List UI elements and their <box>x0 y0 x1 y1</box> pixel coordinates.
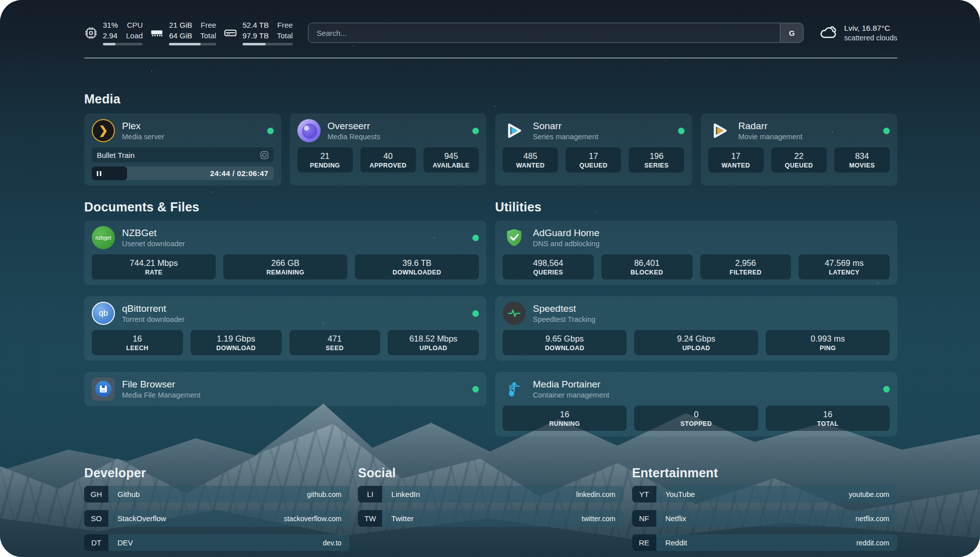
nzbget-card[interactable]: nzbget NZBGet Usenet downloader 744.21 M… <box>84 220 486 285</box>
stat-latency: 47.569 ms LATENCY <box>799 254 890 280</box>
stat-value: 17 <box>731 151 740 161</box>
stat-movies: 834 MOVIES <box>834 147 890 173</box>
bookmark-stackoverflow[interactable]: SO StackOverflow stackoverflow.com <box>84 510 349 527</box>
cpu-usage-value: 31% <box>103 20 118 30</box>
card-title: Sonarr <box>533 121 671 132</box>
bookmark-reddit[interactable]: RE Reddit reddit.com <box>632 534 897 551</box>
card-title: qBittorrent <box>122 303 465 314</box>
stat-value: 16 <box>823 410 832 419</box>
stat-leech: 16 LEECH <box>92 330 183 355</box>
pause-icon[interactable] <box>97 171 101 176</box>
media-cards: Plex Media server Bullet Train <box>84 114 897 186</box>
now-playing-row: Bullet Train <box>92 147 274 162</box>
status-online-dot <box>678 128 685 134</box>
stat-rate: 744.21 Mbps RATE <box>92 254 216 280</box>
radarr-card[interactable]: Radarr Movie management 17 WANTED 22 QUE… <box>701 114 898 186</box>
card-subtitle: Media server <box>122 133 260 141</box>
section-title-developer: Developer <box>84 466 349 480</box>
card-subtitle: Container management <box>533 391 876 399</box>
status-online-dot <box>472 310 479 317</box>
bookmark-linkedin[interactable]: LI LinkedIn linkedin.com <box>358 486 623 503</box>
bookmark-dev[interactable]: DT DEV dev.to <box>84 534 349 551</box>
overseerr-card[interactable]: Overseerr Media Requests 21 PENDING 40 A… <box>290 114 487 186</box>
stat-label: TOTAL <box>817 420 839 427</box>
card-subtitle: Series management <box>533 133 671 141</box>
portainer-icon <box>503 377 526 401</box>
status-online-dot <box>883 386 890 393</box>
stat-label: UPLOAD <box>682 345 710 352</box>
bookmark-twitter[interactable]: TW Twitter twitter.com <box>358 510 623 527</box>
stat-label: AVAILABLE <box>433 162 469 169</box>
card-subtitle: Usenet downloader <box>122 240 465 248</box>
bookmark-name: DEV <box>108 534 133 551</box>
section-title-utilities: Utilities <box>495 200 897 214</box>
stat-label: QUEUED <box>785 162 813 169</box>
stat-value: 40 <box>384 151 393 161</box>
bookmark-url: linkedin.com <box>576 486 624 503</box>
screen-icon[interactable] <box>260 151 269 159</box>
qbittorrent-stats: 16 LEECH 1.19 Gbps DOWNLOAD 471 SEED 6 <box>92 330 479 355</box>
bookmark-abbr: NF <box>632 510 656 527</box>
bookmark-github[interactable]: GH Github github.com <box>84 486 349 503</box>
cpu-widget: 31% CPU 2.94 Load <box>84 20 143 45</box>
bookmark-url: dev.to <box>323 534 349 551</box>
stat-label: BLOCKED <box>631 269 663 276</box>
stat-value: 86,401 <box>634 258 659 268</box>
search-engine-button[interactable]: G <box>780 23 803 42</box>
bookmark-name: StackOverflow <box>108 510 166 527</box>
disk-free-label: Free <box>277 20 293 30</box>
stat-value: 39.6 TB <box>402 258 431 268</box>
stat-downloaded: 39.6 TB DOWNLOADED <box>355 254 479 280</box>
card-subtitle: Speedtest Tracking <box>533 315 890 323</box>
stat-label: DOWNLOADED <box>393 269 441 276</box>
memory-total-label: Total <box>200 31 216 40</box>
speedtest-icon <box>503 302 526 325</box>
speedtest-card[interactable]: Speedtest Speedtest Tracking 9.65 Gbps D… <box>495 296 897 361</box>
bookmark-url: reddit.com <box>856 534 897 551</box>
topbar-divider <box>84 58 897 59</box>
stat-value: 21 <box>320 151 329 161</box>
stat-blocked: 86,401 BLOCKED <box>601 254 693 280</box>
stat-value: 16 <box>560 410 569 419</box>
plex-icon <box>92 119 115 142</box>
adguard-card[interactable]: AdGuard Home DNS and adblocking 498,564 … <box>495 220 897 285</box>
status-online-dot <box>267 128 274 134</box>
plex-card[interactable]: Plex Media server Bullet Train <box>84 114 281 186</box>
stat-remaining: 266 GB REMAINING <box>223 254 347 280</box>
sonarr-stats: 485 WANTED 17 QUEUED 196 SERIES <box>503 147 685 173</box>
bookmark-abbr: RE <box>632 534 656 551</box>
playback-time: 24:44 / 02:06:47 <box>210 166 269 180</box>
now-playing-title: Bullet Train <box>97 151 135 159</box>
qbittorrent-card[interactable]: qb qBittorrent Torrent downloader 16 LEE… <box>84 296 486 361</box>
bookmark-abbr: LI <box>358 486 382 503</box>
speedtest-stats: 9.65 Gbps DOWNLOAD 9.24 Gbps UPLOAD 0.99… <box>503 330 890 355</box>
adguard-icon <box>503 226 526 249</box>
qbittorrent-icon: qb <box>92 302 115 325</box>
sonarr-card[interactable]: Sonarr Series management 485 WANTED 17 Q… <box>495 114 692 186</box>
stat-total: 16 TOTAL <box>766 406 890 431</box>
bookmark-abbr: GH <box>84 486 108 503</box>
weather-condition: scattered clouds <box>844 34 897 42</box>
bookmark-youtube[interactable]: YT YouTube youtube.com <box>632 486 897 503</box>
stat-value: 618.52 Mbps <box>409 334 457 344</box>
portainer-stats: 16 RUNNING 0 STOPPED 16 TOTAL <box>503 406 890 431</box>
stat-value: 9.65 Gbps <box>545 334 584 344</box>
stat-label: SEED <box>326 345 344 352</box>
stat-download: 1.19 Gbps DOWNLOAD <box>191 330 282 355</box>
weather-widget[interactable]: Lviv, 16.87°C scattered clouds <box>819 24 897 42</box>
stat-download: 9.65 Gbps DOWNLOAD <box>503 330 627 355</box>
portainer-card[interactable]: Media Portainer Container management 16 … <box>495 372 897 436</box>
filebrowser-card[interactable]: File Browser Media File Management <box>84 372 486 406</box>
playback-progress-bar[interactable]: 24:44 / 02:06:47 <box>92 166 274 180</box>
bookmark-netflix[interactable]: NF Netflix netflix.com <box>632 510 897 527</box>
bookmark-name: LinkedIn <box>382 486 420 503</box>
cpu-icon <box>84 26 98 40</box>
stat-value: 1.19 Gbps <box>217 334 255 344</box>
disk-progress-bar <box>242 43 293 45</box>
stat-value: 0 <box>694 410 698 419</box>
stat-value: 17 <box>589 151 598 161</box>
overseerr-stats: 21 PENDING 40 APPROVED 945 AVAILABLE <box>297 147 479 173</box>
stat-label: APPROVED <box>370 162 406 169</box>
snow-specks <box>0 0 1 1</box>
search-input[interactable] <box>309 23 780 42</box>
